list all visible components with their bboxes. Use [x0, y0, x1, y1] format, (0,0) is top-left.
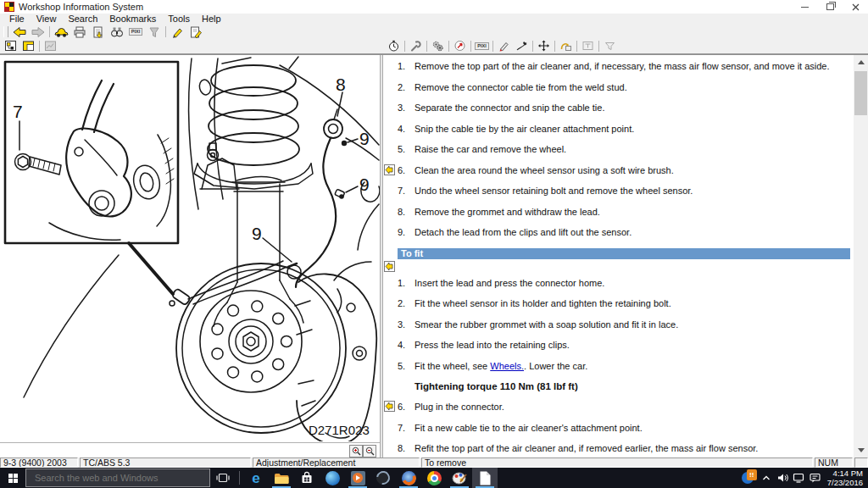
search-input[interactable] — [26, 472, 209, 484]
menu-tools[interactable]: Tools — [162, 14, 196, 25]
taskbar-store[interactable] — [294, 468, 320, 488]
tools-button[interactable] — [407, 40, 425, 53]
taskbar-photos-app[interactable] — [370, 468, 396, 488]
status-grip — [854, 458, 868, 468]
pane-divider[interactable] — [380, 55, 383, 458]
print-button[interactable] — [70, 25, 89, 38]
tray-network[interactable] — [793, 468, 805, 488]
sign-button[interactable] — [513, 40, 531, 53]
find-button[interactable] — [108, 25, 126, 38]
taskbar-wis-document[interactable] — [472, 468, 498, 488]
taskbar-file-explorer[interactable] — [269, 468, 294, 488]
jump-back-icon[interactable] — [384, 164, 395, 175]
callout-label-9a: 9 — [359, 129, 370, 148]
jump-back-button[interactable] — [557, 40, 575, 53]
action-center-icon — [810, 473, 821, 483]
action-center-button[interactable] — [809, 468, 821, 488]
funnel-icon — [147, 26, 161, 38]
menu-view[interactable]: View — [31, 14, 63, 25]
timer-button[interactable] — [385, 40, 403, 53]
taskbar-media-app[interactable] — [345, 468, 370, 488]
menu-help[interactable]: Help — [196, 14, 227, 25]
close-button[interactable] — [843, 0, 868, 14]
settings-button[interactable] — [429, 40, 447, 53]
figure-id: D271R023 — [309, 423, 370, 437]
jump-back-icon[interactable] — [384, 261, 395, 272]
note-button[interactable] — [186, 25, 205, 38]
toolbar-separator — [492, 41, 493, 52]
vehicle-button[interactable] — [52, 25, 70, 38]
frame-icon — [581, 40, 594, 52]
item-text: Separate the connector and snip the cabl… — [415, 103, 604, 114]
store-bag-icon — [300, 471, 314, 485]
item-number: 2. — [398, 82, 415, 93]
filter-button[interactable] — [145, 25, 164, 38]
back-arrow-icon — [13, 26, 26, 38]
toolbar-separator — [426, 41, 427, 52]
curved-arrow-icon — [559, 40, 572, 52]
tray-overflow-button[interactable] — [760, 468, 773, 488]
vertical-scrollbar[interactable] — [854, 55, 868, 458]
tree-view-icon — [4, 40, 17, 52]
taskbar-chrome[interactable] — [421, 468, 447, 488]
zoom-out-button[interactable] — [363, 445, 376, 458]
minimize-button[interactable] — [792, 0, 817, 14]
tray-volume[interactable] — [776, 468, 789, 488]
taskbar-search[interactable] — [25, 469, 210, 487]
item-text: Remove the grommet and withdraw the lead… — [415, 207, 600, 218]
clip-button[interactable] — [601, 40, 619, 53]
window-title: Workshop Information System — [19, 2, 143, 12]
diagram-footer — [0, 442, 380, 458]
secondary-toolbar-row: PIXI — [0, 39, 868, 54]
tree-view-button[interactable] — [2, 40, 19, 53]
taskbar-clock[interactable]: 4:14 PM 7/23/2016 — [827, 469, 863, 487]
marker-button[interactable] — [495, 40, 513, 53]
item-number: 5. — [398, 144, 415, 155]
taskbar-firefox[interactable] — [396, 468, 421, 488]
forward-button[interactable] — [29, 25, 47, 38]
highlight-button[interactable] — [168, 25, 186, 38]
taskbar-paint-app[interactable] — [447, 468, 472, 488]
frame-button[interactable] — [579, 40, 597, 53]
task-view-icon — [216, 472, 230, 484]
document-toolbar: PIXI — [385, 39, 619, 53]
pixi-button[interactable]: PIXI — [126, 25, 145, 38]
gears-icon — [431, 40, 444, 52]
item-text: Raise the car and remove the wheel. — [415, 144, 566, 155]
scrollbar-thumb[interactable] — [854, 71, 867, 115]
wheels-link[interactable]: Wheels. — [490, 361, 524, 371]
back-button[interactable] — [10, 25, 29, 38]
export-document-button[interactable] — [89, 25, 108, 38]
item-number: 4. — [398, 124, 415, 135]
scroll-up-button[interactable] — [854, 55, 868, 69]
item-number: 1. — [398, 61, 415, 72]
tray-notification[interactable]: !! — [742, 468, 759, 488]
item-text: Fit a new cable tie to the air cleaner's… — [415, 423, 643, 434]
taskbar-edge[interactable]: e — [243, 468, 269, 488]
speaker-icon — [777, 473, 788, 483]
red-marker-icon — [498, 40, 510, 52]
view-toolbar — [2, 39, 59, 53]
item-text: Undo the wheel sensor retaining bolt and… — [415, 186, 693, 197]
zoom-in-button[interactable] — [349, 445, 363, 458]
toolbar-grip — [3, 26, 8, 37]
menu-bookmarks[interactable]: Bookmarks — [103, 14, 162, 25]
restore-button[interactable] — [817, 0, 843, 14]
list-item: 8.Refit the top part of the air cleaner … — [384, 443, 854, 454]
task-view-button[interactable] — [210, 468, 236, 488]
list-item: 9.Detach the lead from the clips and lif… — [384, 227, 854, 238]
split-view-button[interactable] — [19, 40, 37, 53]
start-button[interactable] — [0, 468, 25, 488]
menu-search[interactable]: Search — [62, 14, 103, 25]
item-text: Detach the lead from the clips and lift … — [415, 227, 632, 238]
jump-back-icon[interactable] — [384, 401, 395, 412]
pixi-button-2[interactable]: PIXI — [473, 40, 491, 53]
scroll-down-button[interactable] — [854, 443, 868, 458]
taskbar-cortana-sphere[interactable] — [320, 468, 345, 488]
split-view-icon — [22, 40, 35, 52]
service-info-button[interactable] — [451, 40, 469, 53]
image-view-button[interactable] — [42, 40, 59, 53]
toolbar-separator — [404, 41, 405, 52]
pan-button[interactable] — [535, 40, 553, 53]
menu-file[interactable]: File — [3, 14, 31, 25]
